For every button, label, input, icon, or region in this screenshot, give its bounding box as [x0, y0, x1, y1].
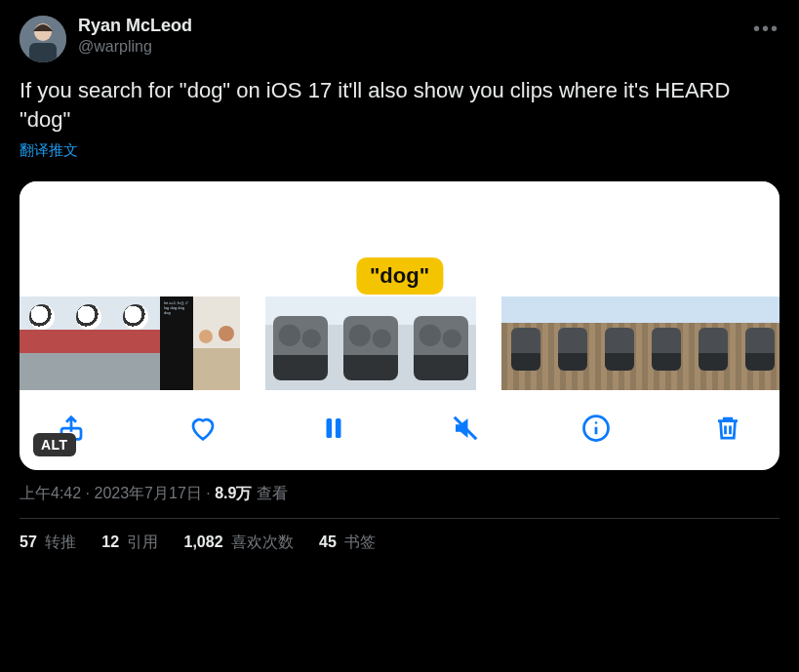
views-count: 8.9万 — [215, 485, 252, 501]
display-name: Ryan McLeod — [78, 16, 741, 37]
svg-point-9 — [595, 422, 598, 425]
pause-icon[interactable] — [317, 412, 350, 445]
tweet-stats: 57 转推 12 引用 1,082 喜欢次数 45 书签 — [20, 519, 779, 553]
clip-frame — [501, 296, 548, 390]
clip-timeline[interactable]: let x=1; fn(); // log dog dog dog — [20, 296, 779, 390]
svg-rect-4 — [327, 418, 333, 438]
likes-stat[interactable]: 1,082 喜欢次数 — [184, 533, 295, 553]
clip-frame — [689, 296, 736, 390]
tweet-time: 上午4:42 — [20, 485, 81, 501]
clip-frame — [642, 296, 689, 390]
tweet-header: Ryan McLeod @warpling ••• — [20, 16, 779, 62]
heart-icon[interactable] — [186, 412, 220, 445]
tweet-container: Ryan McLeod @warpling ••• If you search … — [0, 0, 799, 553]
clip-frame — [548, 296, 595, 390]
info-icon[interactable] — [579, 412, 613, 445]
svg-rect-2 — [29, 43, 57, 62]
quotes-stat[interactable]: 12 引用 — [101, 533, 158, 553]
clip-group-3[interactable] — [501, 296, 779, 390]
clip-frame — [193, 296, 240, 390]
tweet-text: If you search for "dog" on iOS 17 it'll … — [20, 76, 779, 134]
clip-frame — [113, 296, 160, 390]
more-icon[interactable]: ••• — [753, 16, 779, 40]
views-label: 查看 — [252, 485, 287, 501]
tweet-meta[interactable]: 上午4:42 · 2023年7月17日 · 8.9万 查看 — [20, 484, 779, 519]
clip-frame — [20, 296, 66, 390]
clip-frame — [406, 296, 476, 390]
svg-rect-5 — [336, 418, 341, 438]
caption-bubble: "dog" — [356, 257, 443, 295]
translate-link[interactable]: 翻译推文 — [20, 141, 78, 160]
avatar[interactable] — [20, 16, 66, 62]
clip-frame — [66, 296, 113, 390]
retweets-stat[interactable]: 57 转推 — [20, 533, 76, 553]
clip-group-1[interactable]: let x=1; fn(); // log dog dog dog — [20, 296, 240, 390]
clip-frame: let x=1; fn(); // log dog dog dog — [160, 296, 193, 390]
trash-icon[interactable] — [711, 412, 744, 445]
clip-frame — [336, 296, 406, 390]
media-card[interactable]: "dog" let x=1; fn(); // log dog dog dog — [20, 181, 779, 470]
tweet-date: 2023年7月17日 — [94, 485, 201, 501]
media-toolbar — [20, 390, 779, 470]
bookmarks-stat[interactable]: 45 书签 — [319, 533, 376, 553]
clip-frame — [736, 296, 779, 390]
alt-badge[interactable]: ALT — [33, 433, 76, 456]
clip-frame — [265, 296, 336, 390]
clip-frame — [595, 296, 642, 390]
mute-icon[interactable] — [449, 412, 482, 445]
clip-group-2[interactable] — [265, 296, 476, 390]
author-block[interactable]: Ryan McLeod @warpling — [78, 16, 741, 56]
handle: @warpling — [78, 37, 741, 56]
media-top: "dog" — [20, 181, 779, 296]
